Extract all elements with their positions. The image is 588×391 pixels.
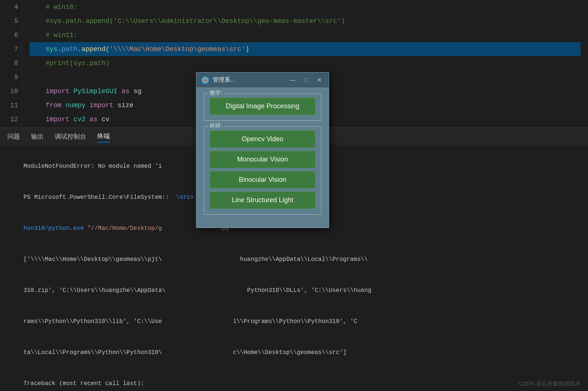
dialog-window: 管理系... — □ ✕ 教学: Digital Image Processin… xyxy=(196,72,329,228)
section-research: 科研: Opencv Video Monocular Vision Binocu… xyxy=(204,126,321,215)
section-research-label: 科研: xyxy=(208,122,224,129)
svg-point-1 xyxy=(204,79,206,81)
tab-debug[interactable]: 调试控制台 xyxy=(55,131,86,142)
terminal-line-7: ta\\Local\\Programs\\Python\\Python310\ … xyxy=(9,337,579,368)
code-line-7: sys.path.append('\\\\Mac\Home\Desktop\ge… xyxy=(30,42,581,56)
maximize-button[interactable]: □ xyxy=(301,75,311,85)
terminal-line-6: rams\\Python\\Python310\\lib', 'C:\\Use … xyxy=(9,306,579,337)
terminal-line-5: 310.zip', 'C:\\Users\\huangzhe\\AppData\… xyxy=(9,275,579,306)
dialog-controls: — □ ✕ xyxy=(287,75,324,85)
close-button[interactable]: ✕ xyxy=(314,75,324,85)
dialog-content: 教学: Digital Image Processing 科研: Opencv … xyxy=(196,88,329,228)
tab-terminal[interactable]: 终端 xyxy=(97,130,110,143)
code-line-4: # win10: xyxy=(30,0,581,14)
code-line-6: # win11: xyxy=(30,28,581,42)
section-teaching-label: 教学: xyxy=(208,89,224,96)
tab-output[interactable]: 输出 xyxy=(31,131,44,142)
app-icon xyxy=(201,76,210,85)
minimize-button[interactable]: — xyxy=(287,75,298,85)
watermark: CSDN @几何量传感技术 xyxy=(519,380,581,387)
terminal-line-8: Traceback (most recent call last): xyxy=(9,368,579,391)
dialog-titlebar: 管理系... — □ ✕ xyxy=(196,72,329,88)
terminal-line-4: ['\\\\Mac\\Home\\Desktop\\geomeas\\pjt\ … xyxy=(9,244,579,275)
line-numbers: 4 5 6 7 8 9 10 11 12 13 14 xyxy=(0,0,22,127)
code-line-5: #sys.path.append('C:\\Users\\Administrat… xyxy=(30,14,581,28)
btn-line-structured-light[interactable]: Line Structured Light xyxy=(210,191,315,209)
section-teaching: 教学: Digital Image Processing xyxy=(204,94,321,121)
dialog-title: 管理系... xyxy=(213,76,287,84)
tab-problems[interactable]: 问题 xyxy=(7,131,20,142)
btn-binocular-vision[interactable]: Binocular Vision xyxy=(210,171,315,188)
code-line-8: #print(sys.path) xyxy=(30,56,581,70)
btn-opencv-video[interactable]: Opencv Video xyxy=(210,130,315,148)
btn-digital-image[interactable]: Digital Image Processing xyxy=(210,98,315,115)
btn-monocular-vision[interactable]: Monocular Vision xyxy=(210,151,315,168)
